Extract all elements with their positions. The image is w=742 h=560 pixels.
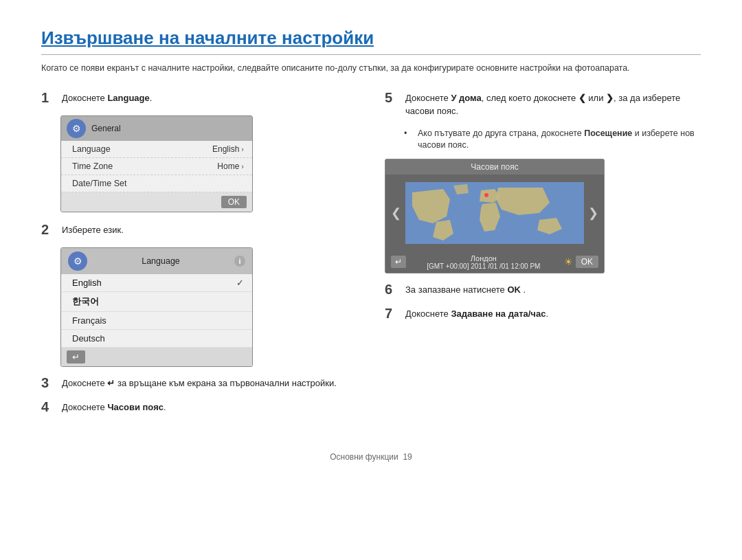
lang-item-english-label: English <box>72 278 102 288</box>
lang-ui-title: Language <box>142 256 180 266</box>
camera-row-timezone-label: Time Zone <box>72 161 113 171</box>
tz-title: Часови пояс <box>385 159 604 175</box>
camera-ui-general-title: General <box>91 124 121 133</box>
world-map <box>405 179 584 247</box>
tz-footer: ↵ Лондон [GMT +00:00] 2011 /01 /01 12:00… <box>385 251 604 273</box>
gear-icon: ⚙ <box>67 119 86 138</box>
step-3-arrow: ↵ <box>107 378 115 388</box>
step-7-text: Докоснете Задаване на дата/час. <box>405 307 548 321</box>
lang-ui-header: ⚙ Language i <box>61 248 252 274</box>
camera-ui-general: ⚙ General Language English › Time Zone H… <box>60 115 253 212</box>
step-5-number: 5 <box>385 90 401 106</box>
page-footer: Основни функции 19 <box>41 452 701 462</box>
bullet-dot: • <box>404 128 415 140</box>
tz-ok-button[interactable]: OK <box>576 256 598 268</box>
step-2-number: 2 <box>41 222 58 238</box>
step-4-bold: Часови пояс <box>107 402 164 412</box>
footer-page: 19 <box>403 452 412 462</box>
step-5-arrow-r: ❯ <box>606 93 614 103</box>
camera-ui-rows: Language English › Time Zone Home › Date… <box>61 141 252 192</box>
step-1-text: Докоснете Language. <box>62 91 152 105</box>
step-2-text: Изберете език. <box>62 223 124 237</box>
tz-map-area: ❮ <box>385 175 604 251</box>
world-map-svg <box>405 179 584 247</box>
step-7-bold: Задаване на дата/час <box>451 309 546 319</box>
arrow-right-icon: › <box>241 145 244 153</box>
camera-row-timezone-value: Home › <box>217 161 244 171</box>
step-4: 4 Докоснете Часови пояс. <box>41 401 357 415</box>
step-5-bullets: • Ако пътувате до друга страна, докоснет… <box>404 128 701 152</box>
sun-icon: ☀ <box>564 256 573 267</box>
step-5-bullet-bold: Посещение <box>584 128 632 138</box>
tz-prev-button[interactable]: ❮ <box>387 205 405 221</box>
lang-item-german-label: Deutsch <box>72 333 105 344</box>
lang-item-korean-label: 한국어 <box>72 295 99 308</box>
step-3: 3 Докоснете ↵ за връщане към екрана за п… <box>41 377 357 391</box>
step-5-bold: У дома <box>451 93 481 103</box>
tz-gmt: [GMT +00:00] 2011 /01 /01 12:00 PM <box>406 262 561 270</box>
language-ui: ⚙ Language i English ✓ 한국어 Français Deut… <box>60 247 253 367</box>
lang-item-french-label: Français <box>72 315 106 326</box>
footer-text: Основни функции <box>330 452 398 462</box>
step-5-text: Докоснете У дома, след което докоснете ❮… <box>405 91 701 118</box>
info-icon: i <box>234 256 245 267</box>
step-5-bullet-text: Ако пътувате до друга страна, докоснете … <box>418 128 701 152</box>
right-column: 5 Докоснете У дома, след което докоснете… <box>385 91 701 425</box>
camera-ok-button[interactable]: OK <box>221 196 247 208</box>
step-1-number: 1 <box>41 90 58 106</box>
step-5-bullet-1: • Ако пътувате до друга страна, докоснет… <box>404 128 701 152</box>
step-6-number: 6 <box>385 282 401 298</box>
camera-ui-header: ⚙ General <box>61 116 252 141</box>
step-4-number: 4 <box>41 399 58 415</box>
lang-ui-list: English ✓ 한국어 Français Deutsch <box>61 274 252 348</box>
camera-row-datetime: Date/Time Set <box>61 175 252 192</box>
step-5: 5 Докоснете У дома, след което докоснете… <box>385 91 701 118</box>
left-column: 1 Докоснете Language. ⚙ General Language… <box>41 91 357 425</box>
camera-row-datetime-label: Date/Time Set <box>72 179 126 188</box>
camera-row-timezone: Time Zone Home › <box>61 158 252 175</box>
step-7: 7 Докоснете Задаване на дата/час. <box>385 307 701 322</box>
page-title: Извършване на началните настройки <box>41 27 701 55</box>
page-subtitle: Когато се появи екранът с началните наст… <box>41 62 701 75</box>
step-3-text: Докоснете ↵ за връщане към екрана за пър… <box>62 377 337 390</box>
step-5-arrow-l: ❮ <box>578 93 586 103</box>
main-content: 1 Докоснете Language. ⚙ General Language… <box>41 91 701 425</box>
step-4-text: Докоснете Часови пояс. <box>62 401 166 414</box>
camera-row-language-label: Language <box>72 144 111 154</box>
gear-icon-2: ⚙ <box>68 251 87 271</box>
step-6-bold: OK <box>507 284 521 295</box>
step-7-number: 7 <box>385 306 401 322</box>
step-1: 1 Докоснете Language. <box>41 91 357 106</box>
camera-row-language-value: English › <box>212 144 244 154</box>
step-6: 6 За запазване натиснете OK . <box>385 283 701 298</box>
step-3-number: 3 <box>41 375 58 391</box>
camera-row-language: Language English › <box>61 141 252 158</box>
step-2: 2 Изберете език. <box>41 223 357 238</box>
arrow-right-icon-2: › <box>241 162 244 170</box>
lang-item-english[interactable]: English ✓ <box>61 274 252 292</box>
step-6-text: За запазване натиснете OK . <box>405 283 526 297</box>
step-1-bold: Language <box>107 93 149 103</box>
lang-item-french[interactable]: Français <box>61 312 252 330</box>
tz-location-info: Лондон [GMT +00:00] 2011 /01 /01 12:00 P… <box>406 254 561 270</box>
back-button[interactable]: ↵ <box>67 350 85 363</box>
timezone-ui: Часови пояс ❮ <box>385 159 605 273</box>
check-icon: ✓ <box>236 278 244 288</box>
tz-back-button[interactable]: ↵ <box>391 256 406 268</box>
lang-item-german[interactable]: Deutsch <box>61 330 252 348</box>
tz-next-button[interactable]: ❯ <box>584 205 603 221</box>
lang-item-korean[interactable]: 한국어 <box>61 292 252 312</box>
camera-ui-footer: OK <box>61 192 252 212</box>
lang-ui-footer: ↵ <box>61 348 252 366</box>
svg-point-1 <box>484 193 488 197</box>
tz-city: Лондон <box>406 254 561 262</box>
